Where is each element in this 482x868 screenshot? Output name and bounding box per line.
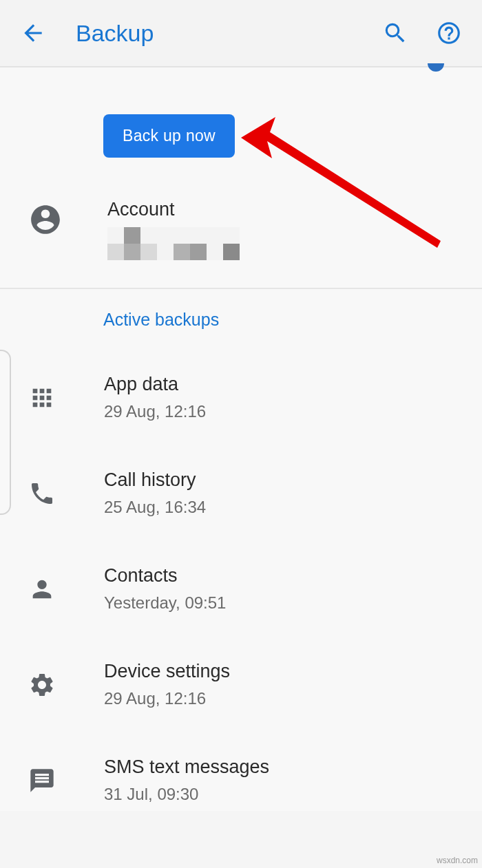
person-icon xyxy=(25,573,59,606)
backup-item-contacts[interactable]: Contacts Yesterday, 09:51 xyxy=(17,551,465,647)
backup-section: Back up now Account xyxy=(0,67,482,289)
item-title: SMS text messages xyxy=(104,756,269,778)
person-circle-icon xyxy=(28,202,63,237)
scroll-indicator xyxy=(0,350,11,515)
item-title: Device settings xyxy=(104,661,230,682)
item-title: App data xyxy=(104,374,206,395)
active-backups-header: Active backups xyxy=(103,310,465,330)
backup-item-sms[interactable]: SMS text messages 31 Jul, 09:30 xyxy=(17,743,465,811)
backup-item-call-history[interactable]: Call history 25 Aug, 16:34 xyxy=(17,456,465,551)
item-title: Contacts xyxy=(104,565,226,586)
main-content: Back up now Account Active xyxy=(0,67,482,811)
page-title: Backup xyxy=(76,20,379,47)
item-sub: Yesterday, 09:51 xyxy=(104,593,226,613)
item-sub: 29 Aug, 12:16 xyxy=(104,689,230,708)
help-icon xyxy=(436,20,462,46)
search-button[interactable] xyxy=(379,17,412,50)
backup-item-device-settings[interactable]: Device settings 29 Aug, 12:16 xyxy=(17,647,465,743)
item-sub: 29 Aug, 12:16 xyxy=(104,402,206,421)
backup-item-app-data[interactable]: App data 29 Aug, 12:16 xyxy=(17,360,465,456)
watermark: wsxdn.com xyxy=(437,856,478,865)
account-text: Account xyxy=(107,199,240,260)
help-button[interactable] xyxy=(432,17,465,50)
account-row[interactable]: Account xyxy=(17,199,465,260)
arrow-back-icon xyxy=(20,20,46,46)
account-label: Account xyxy=(107,199,240,220)
gear-icon xyxy=(25,668,59,701)
active-backups-section: Active backups App data 29 Aug, 12:16 Ca… xyxy=(0,289,482,811)
message-icon xyxy=(25,764,59,797)
back-button[interactable] xyxy=(17,17,50,50)
apps-icon xyxy=(25,381,59,414)
phone-icon xyxy=(25,477,59,510)
backup-now-button[interactable]: Back up now xyxy=(103,114,235,158)
item-sub: 25 Aug, 16:34 xyxy=(104,498,206,517)
app-header: Backup xyxy=(0,0,482,67)
account-value-redacted xyxy=(107,227,240,260)
account-icon xyxy=(25,199,66,240)
item-sub: 31 Jul, 09:30 xyxy=(104,785,269,804)
item-title: Call history xyxy=(104,469,206,491)
header-actions xyxy=(379,17,465,50)
search-icon xyxy=(382,20,408,46)
